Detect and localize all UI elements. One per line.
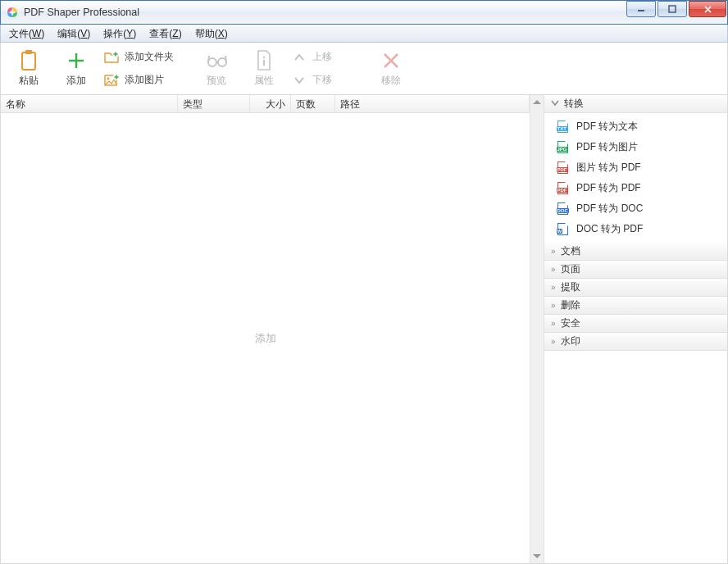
chevron-down-icon	[551, 99, 559, 108]
app-icon	[6, 6, 19, 19]
svg-rect-4	[22, 52, 35, 70]
convert-item-label: PDF 转为图片	[576, 140, 638, 154]
file-info-icon	[253, 50, 275, 71]
add-label: 添加	[66, 74, 86, 88]
preview-button[interactable]: 预览	[193, 46, 239, 92]
file-type-icon: JPG	[556, 141, 569, 154]
col-name[interactable]: 名称	[1, 95, 178, 112]
convert-item-label: PDF 转为文本	[576, 120, 638, 134]
chevron-right-icon: »	[551, 319, 556, 328]
move-submenu: 上移 下移	[292, 48, 332, 89]
toolbar: 粘贴 添加 添加文件夹 添加图片 预览 属性 上移 下移	[0, 43, 728, 95]
file-type-icon: PDF	[556, 182, 569, 195]
section-document-label: 文档	[561, 244, 580, 258]
file-type-icon: TXT	[556, 121, 569, 134]
menu-bar: 文件(W) 编辑(V) 操作(Y) 查看(Z) 帮助(X)	[0, 25, 728, 43]
properties-label: 属性	[254, 74, 274, 88]
empty-placeholder: 添加	[255, 331, 276, 346]
move-down-button[interactable]: 下移	[292, 71, 332, 89]
menu-view[interactable]: 查看(Z)	[143, 25, 188, 42]
clipboard-icon	[18, 50, 39, 71]
convert-item[interactable]: JPGPDF 转为图片	[544, 137, 727, 157]
window-controls	[625, 1, 726, 17]
convert-item[interactable]: DOCPDF 转为 DOC	[544, 198, 727, 219]
col-pages[interactable]: 页数	[291, 95, 335, 112]
svg-point-16	[208, 58, 216, 66]
minimize-button[interactable]	[626, 1, 656, 17]
section-watermark-header[interactable]: »水印	[544, 333, 727, 351]
section-extract-header[interactable]: »提取	[544, 279, 727, 297]
file-type-icon: W	[556, 223, 569, 236]
paste-button[interactable]: 粘贴	[6, 46, 52, 92]
image-plus-icon	[104, 73, 119, 88]
convert-item-label: PDF 转为 PDF	[576, 181, 641, 195]
section-extract-label: 提取	[561, 280, 580, 294]
file-type-icon: DOC	[556, 202, 569, 216]
convert-item-label: PDF 转为 DOC	[576, 202, 643, 216]
move-up-label: 上移	[312, 50, 332, 64]
list-scrollbar[interactable]	[530, 95, 544, 563]
add-folder-button[interactable]: 添加文件夹	[104, 48, 174, 66]
col-path[interactable]: 路径	[335, 95, 530, 112]
convert-item-label: DOC 转为 PDF	[576, 222, 643, 236]
section-security-header[interactable]: »安全	[544, 315, 727, 333]
remove-label: 移除	[381, 74, 401, 88]
preview-label: 预览	[207, 74, 226, 88]
side-panel: 转换 TXTPDF 转为文本JPGPDF 转为图片PDF图片 转为 PDFPDF…	[544, 95, 727, 563]
chevron-right-icon: »	[551, 265, 556, 274]
convert-item[interactable]: TXTPDF 转为文本	[544, 116, 727, 137]
add-button[interactable]: 添加	[53, 46, 99, 92]
content-area: 名称 类型 大小 页数 路径 添加 转换 TXTPDF 转为文本JPGPDF 转…	[0, 95, 728, 564]
move-up-button[interactable]: 上移	[292, 48, 332, 66]
move-down-label: 下移	[312, 73, 332, 87]
section-page-label: 页面	[561, 262, 580, 276]
svg-point-12	[107, 77, 110, 80]
svg-point-18	[263, 56, 265, 57]
title-bar: PDF Shaper Professional	[0, 0, 728, 25]
chevron-right-icon: »	[551, 337, 556, 346]
remove-button[interactable]: 移除	[368, 46, 414, 92]
folder-plus-icon	[104, 50, 119, 65]
section-convert-body: TXTPDF 转为文本JPGPDF 转为图片PDF图片 转为 PDFPDFPDF…	[544, 113, 727, 243]
plus-icon	[66, 50, 87, 71]
chevron-right-icon: »	[551, 301, 556, 310]
menu-operate[interactable]: 操作(Y)	[97, 25, 143, 42]
svg-rect-5	[25, 50, 32, 54]
properties-button[interactable]: 属性	[241, 46, 287, 92]
menu-file[interactable]: 文件(W)	[2, 25, 51, 42]
convert-item[interactable]: PDFPDF 转为 PDF	[544, 178, 727, 198]
glasses-icon	[206, 50, 227, 71]
section-delete-header[interactable]: »删除	[544, 297, 727, 315]
section-convert-header[interactable]: 转换	[544, 95, 727, 113]
svg-point-17	[218, 58, 226, 66]
close-button[interactable]	[689, 1, 726, 17]
add-image-button[interactable]: 添加图片	[104, 71, 174, 89]
add-folder-label: 添加文件夹	[125, 50, 174, 64]
convert-item[interactable]: PDF图片 转为 PDF	[544, 157, 727, 178]
section-page-header[interactable]: »页面	[544, 261, 727, 279]
convert-item-label: 图片 转为 PDF	[576, 161, 641, 175]
menu-help[interactable]: 帮助(X)	[189, 25, 234, 42]
window-title: PDF Shaper Professional	[24, 7, 625, 18]
maximize-button[interactable]	[657, 1, 687, 17]
paste-label: 粘贴	[19, 74, 39, 88]
section-delete-label: 删除	[561, 298, 580, 312]
col-size[interactable]: 大小	[250, 95, 291, 112]
list-body[interactable]: 添加	[1, 113, 530, 563]
add-image-label: 添加图片	[125, 73, 164, 87]
menu-edit[interactable]: 编辑(V)	[51, 25, 97, 42]
section-watermark-label: 水印	[561, 334, 580, 348]
list-header: 名称 类型 大小 页数 路径	[1, 95, 530, 113]
section-document-header[interactable]: »文档	[544, 243, 727, 261]
chevron-up-icon	[292, 50, 307, 65]
chevron-right-icon: »	[551, 283, 556, 292]
section-security-label: 安全	[561, 316, 580, 330]
chevron-down-icon	[292, 73, 307, 88]
svg-rect-1	[669, 6, 676, 12]
file-type-icon: PDF	[556, 161, 569, 175]
col-type[interactable]: 类型	[178, 95, 250, 112]
convert-item[interactable]: WDOC 转为 PDF	[544, 219, 727, 239]
x-icon	[380, 50, 402, 71]
file-list: 名称 类型 大小 页数 路径 添加	[1, 95, 530, 563]
section-convert-label: 转换	[564, 97, 584, 111]
